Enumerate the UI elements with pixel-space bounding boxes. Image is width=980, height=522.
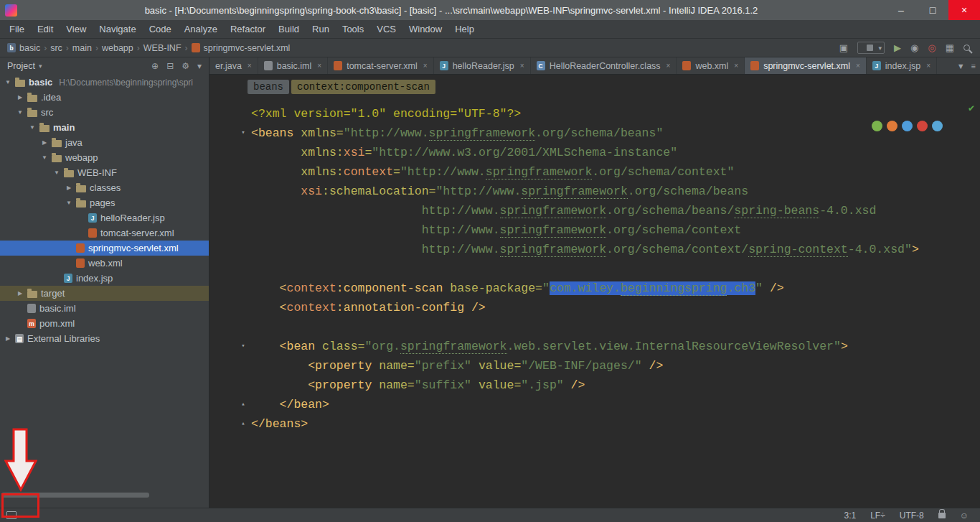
settings-gear-icon[interactable]: ⚙ bbox=[182, 61, 189, 71]
tree-collapsed-icon[interactable]: ▶ bbox=[17, 290, 24, 297]
lock-icon[interactable] bbox=[938, 513, 946, 518]
fold-marker-icon[interactable]: ▴ bbox=[238, 414, 248, 434]
run-icon[interactable]: ▶ bbox=[894, 42, 901, 53]
menu-item-help[interactable]: Help bbox=[448, 24, 481, 34]
caret-position[interactable]: 3:1 bbox=[844, 511, 856, 521]
code-line[interactable]: http://www.springframework.org/schema/be… bbox=[251, 201, 980, 220]
breadcrumb-item[interactable]: webapp bbox=[102, 43, 133, 53]
project-tree-item[interactable]: basic.iml bbox=[0, 301, 209, 316]
ie-icon[interactable] bbox=[932, 121, 943, 131]
close-icon[interactable]: × bbox=[423, 62, 428, 70]
editor-tab[interactable]: Jindex.jsp× bbox=[867, 57, 937, 74]
project-tree-item[interactable]: springmvc-servlet.xml bbox=[0, 241, 209, 256]
project-panel-title[interactable]: Project bbox=[7, 61, 35, 71]
editor-breadcrumb-item[interactable]: context:component-scan bbox=[291, 80, 435, 94]
project-tree-item[interactable]: ▼webapp bbox=[0, 150, 209, 165]
project-view-dropdown-icon[interactable]: ▾ bbox=[39, 62, 42, 70]
changes-icon[interactable]: ▣ bbox=[839, 42, 848, 53]
code-line[interactable]: xmlns:xsi="http://www.w3.org/2001/XMLSch… bbox=[251, 143, 980, 162]
code-line[interactable]: http://www.springframework.org/schema/co… bbox=[251, 240, 980, 259]
layout-icon[interactable]: ▦ bbox=[946, 42, 954, 53]
tree-expanded-icon[interactable]: ▼ bbox=[29, 124, 36, 131]
project-tree-item[interactable]: JhelloReader.jsp bbox=[0, 210, 209, 225]
project-tree-item[interactable]: ▶.idea bbox=[0, 90, 209, 105]
safari-icon[interactable] bbox=[902, 121, 913, 131]
opera-icon[interactable] bbox=[917, 121, 928, 131]
hector-inspections-icon[interactable]: ☺ bbox=[960, 511, 969, 521]
fold-marker-icon[interactable]: ▾ bbox=[238, 337, 248, 356]
code-line[interactable]: <?xml version="1.0" encoding="UTF-8"?> bbox=[251, 104, 980, 123]
editor-tab[interactable]: JhelloReader.jsp× bbox=[434, 57, 531, 74]
breadcrumb-item[interactable]: bbasic bbox=[7, 43, 40, 53]
project-tree-item[interactable]: web.xml bbox=[0, 256, 209, 271]
code-line[interactable] bbox=[251, 259, 980, 279]
editor-tab[interactable]: er.java× bbox=[209, 57, 258, 74]
coverage-icon[interactable]: ◎ bbox=[928, 42, 936, 53]
editor-tab[interactable]: basic.iml× bbox=[258, 57, 328, 74]
tree-collapsed-icon[interactable]: ▶ bbox=[17, 94, 24, 101]
code-line[interactable]: <context:component-scan base-package="co… bbox=[251, 279, 980, 298]
project-tree-item[interactable]: ▶java bbox=[0, 135, 209, 150]
file-encoding[interactable]: UTF-8 bbox=[900, 511, 924, 521]
menu-item-view[interactable]: View bbox=[60, 24, 93, 34]
project-tree-item[interactable]: tomcat-server.xml bbox=[0, 225, 209, 241]
editor-tab[interactable]: web.xml× bbox=[677, 57, 745, 74]
run-configuration-select[interactable]: ▾ bbox=[857, 42, 885, 54]
code-line[interactable]: xmlns:context="http://www.springframewor… bbox=[251, 162, 980, 182]
menu-item-code[interactable]: Code bbox=[143, 24, 178, 34]
close-icon[interactable]: × bbox=[926, 62, 930, 70]
close-button[interactable]: × bbox=[948, 0, 980, 20]
menu-item-build[interactable]: Build bbox=[272, 24, 306, 34]
close-icon[interactable]: × bbox=[666, 62, 671, 70]
editor-menu-icon[interactable]: ≡ bbox=[971, 62, 976, 70]
breadcrumb-item[interactable]: WEB-INF bbox=[143, 43, 182, 53]
breadcrumb-item[interactable]: src bbox=[50, 43, 62, 53]
gear-dropdown-icon[interactable]: ▾ bbox=[197, 61, 202, 71]
collapse-all-icon[interactable]: ⊟ bbox=[166, 61, 174, 71]
code-line[interactable]: ▾<beans xmlns="http://www.springframewor… bbox=[251, 123, 980, 143]
menu-item-tools[interactable]: Tools bbox=[336, 24, 370, 34]
chrome-icon[interactable] bbox=[872, 121, 882, 131]
project-tree-item[interactable]: ▶▤External Libraries bbox=[0, 331, 209, 346]
menu-item-file[interactable]: File bbox=[3, 24, 31, 34]
menu-item-window[interactable]: Window bbox=[402, 24, 448, 34]
project-tree-item[interactable]: ▶classes bbox=[0, 180, 209, 195]
locate-icon[interactable]: ⊕ bbox=[151, 61, 159, 71]
close-icon[interactable]: × bbox=[317, 62, 321, 70]
project-tree-item[interactable]: ▼basicH:\Documents\beginningspring\spri bbox=[0, 75, 209, 90]
search-icon[interactable] bbox=[963, 45, 970, 51]
menu-item-refactor[interactable]: Refactor bbox=[224, 24, 272, 34]
code-line[interactable] bbox=[251, 317, 980, 337]
code-area[interactable]: <?xml version="1.0" encoding="UTF-8"?>▾<… bbox=[251, 104, 980, 434]
tree-expanded-icon[interactable]: ▼ bbox=[53, 169, 60, 176]
breadcrumb-item[interactable]: springmvc-servlet.xml bbox=[192, 43, 291, 53]
tree-collapsed-icon[interactable]: ▶ bbox=[4, 335, 11, 342]
maximize-button[interactable]: □ bbox=[917, 0, 948, 20]
code-line[interactable]: xsi:schemaLocation="http://www.springfra… bbox=[251, 182, 980, 201]
tree-collapsed-icon[interactable]: ▶ bbox=[41, 139, 48, 146]
close-icon[interactable]: × bbox=[734, 62, 738, 70]
breadcrumb-item[interactable]: main bbox=[72, 43, 92, 53]
editor[interactable]: beanscontext:component-scan <?xml versio… bbox=[209, 75, 980, 508]
fold-marker-icon[interactable]: ▾ bbox=[238, 123, 248, 143]
project-tree-item[interactable]: ▼main bbox=[0, 120, 209, 135]
fold-marker-icon[interactable]: ▴ bbox=[238, 395, 248, 414]
close-icon[interactable]: × bbox=[248, 62, 252, 70]
menu-item-edit[interactable]: Edit bbox=[31, 24, 60, 34]
tab-list-dropdown-icon[interactable]: ▼ bbox=[957, 62, 965, 70]
line-separator[interactable]: LF÷ bbox=[870, 511, 885, 521]
project-tree-item[interactable]: ▼WEB-INF bbox=[0, 165, 209, 180]
firefox-icon[interactable] bbox=[887, 121, 897, 131]
menu-item-navigate[interactable]: Navigate bbox=[93, 24, 142, 34]
project-tree-item[interactable]: Jindex.jsp bbox=[0, 271, 209, 286]
code-line[interactable]: <context:annotation-config /> bbox=[251, 298, 980, 317]
code-line[interactable]: ▾ <bean class="org.springframework.web.s… bbox=[251, 337, 980, 356]
menu-item-analyze[interactable]: Analyze bbox=[178, 24, 224, 34]
tree-expanded-icon[interactable]: ▼ bbox=[41, 154, 48, 161]
code-line[interactable]: ▴</beans> bbox=[251, 414, 980, 434]
project-tree-item[interactable]: ▼pages bbox=[0, 195, 209, 210]
tree-expanded-icon[interactable]: ▼ bbox=[17, 109, 24, 116]
code-line[interactable]: <property name="prefix" value="/WEB-INF/… bbox=[251, 356, 980, 376]
editor-tab[interactable]: CHelloReaderController.class× bbox=[531, 57, 677, 74]
code-line[interactable]: <property name="suffix" value=".jsp" /> bbox=[251, 376, 980, 395]
